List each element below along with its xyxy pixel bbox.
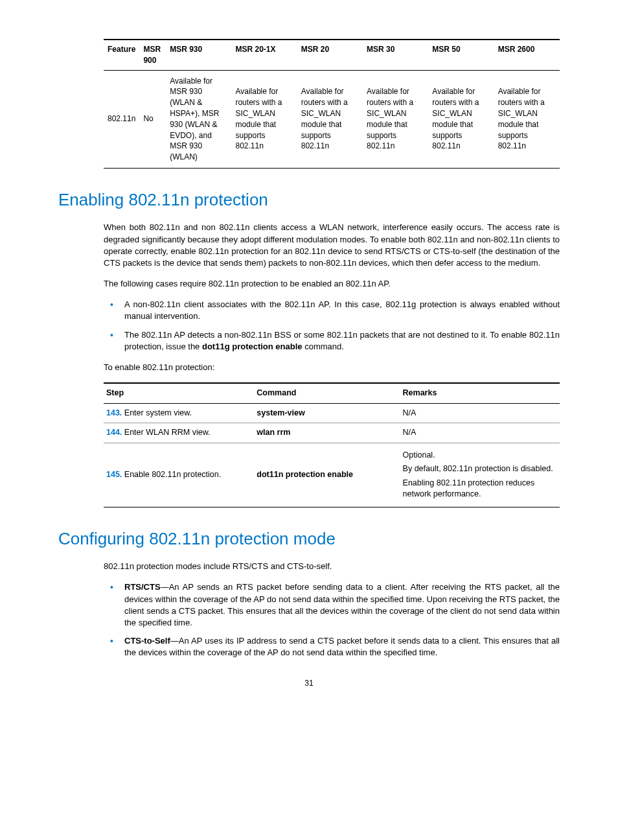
remark-line: By default, 802.11n protection is disabl… [403,463,557,475]
paragraph: To enable 802.11n protection: [104,362,560,373]
paragraph: When both 802.11n and non 802.11n client… [104,222,560,269]
step-table: Step Command Remarks 143. Enter system v… [104,382,560,508]
th-msr20: MSR 20 [297,40,363,70]
text: —An AP sends an RTS packet before sendin… [124,582,560,627]
cell-msr50: Available for routers with a SIC_WLAN mo… [428,70,494,168]
step-text: Enable 802.11n protection. [122,470,221,479]
cell-command: wlan rrm [254,423,400,443]
cell-remarks: N/A [400,423,560,443]
th-msr30: MSR 30 [363,40,428,70]
table-row: 145. Enable 802.11n protection. dot11n p… [104,443,560,507]
list-item: CTS-to-Self—An AP uses its IP address to… [104,635,560,659]
cell-msr930: Available for MSR 930 (WLAN & HSPA+), MS… [166,70,231,168]
th-msr2600: MSR 2600 [494,40,560,70]
term: CTS-to-Self [124,636,170,646]
th-feature: Feature [104,40,139,70]
command-text: dot11g protection enable [202,342,303,351]
th-step: Step [104,383,254,403]
cell-msr2600: Available for routers with a SIC_WLAN mo… [494,70,560,168]
page-number: 31 [58,678,560,689]
cell-step: 143. Enter system view. [104,403,254,423]
step-number: 144. [106,428,122,437]
paragraph: 802.11n protection modes include RTS/CTS… [104,561,560,572]
cell-remarks: N/A [400,403,560,423]
th-msr930: MSR 930 [166,40,231,70]
cell-command: system-view [254,403,400,423]
bullet-list: RTS/CTS—An AP sends an RTS packet before… [104,581,560,659]
list-item: The 802.11n AP detects a non-802.11n BSS… [104,329,560,353]
cell-msr20-1x: Available for routers with a SIC_WLAN mo… [231,70,297,168]
th-msr20-1x: MSR 20-1X [231,40,297,70]
step-text: Enter WLAN RRM view. [122,428,210,437]
cell-remarks: Optional. By default, 802.11n protection… [400,443,560,507]
th-msr50: MSR 50 [428,40,494,70]
step-number: 145. [106,470,122,479]
th-command: Command [254,383,400,403]
paragraph: The following cases require 802.11n prot… [104,278,560,290]
table-row: 144. Enter WLAN RRM view. wlan rrm N/A [104,423,560,443]
term: RTS/CTS [124,582,161,592]
step-number: 143. [106,408,122,417]
th-msr900: MSR 900 [139,40,166,70]
cell-command: dot11n protection enable [254,443,400,507]
cell-msr30: Available for routers with a SIC_WLAN mo… [363,70,428,168]
cell-msr900: No [139,70,166,168]
text: command. [303,342,344,351]
step-text: Enter system view. [122,408,192,417]
text: —An AP uses its IP address to send a CTS… [124,636,560,657]
cell-step: 145. Enable 802.11n protection. [104,443,254,507]
feature-table: Feature MSR 900 MSR 930 MSR 20-1X MSR 20… [104,39,560,169]
th-remarks: Remarks [400,383,560,403]
remark-line: Optional. [403,450,557,461]
heading-configuring-80211n-protection-mode: Configuring 802.11n protection mode [58,527,560,550]
list-item: RTS/CTS—An AP sends an RTS packet before… [104,581,560,629]
cell-step: 144. Enter WLAN RRM view. [104,423,254,443]
heading-enabling-80211n-protection: Enabling 802.11n protection [58,188,560,211]
remark-line: Enabling 802.11n protection reduces netw… [403,478,557,500]
cell-msr20: Available for routers with a SIC_WLAN mo… [297,70,363,168]
list-item: A non-802.11n client associates with the… [104,299,560,322]
bullet-list: A non-802.11n client associates with the… [104,299,560,353]
table-row: 143. Enter system view. system-view N/A [104,403,560,423]
table-row: 802.11n No Available for MSR 930 (WLAN &… [104,70,560,168]
cell-feature: 802.11n [104,70,139,168]
